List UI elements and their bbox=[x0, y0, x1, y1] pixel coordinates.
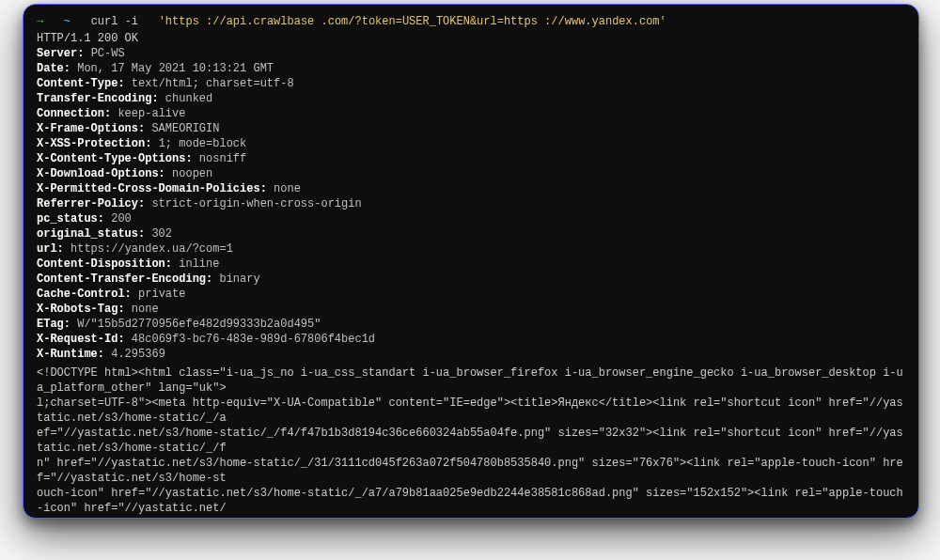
header-line: X-XSS-Protection: 1; mode=block bbox=[37, 136, 905, 151]
header-line: Cache-Control: private bbox=[37, 287, 905, 302]
body-line: <!DOCTYPE html><html class="i-ua_js_no i… bbox=[37, 366, 905, 396]
header-key: X-Robots-Tag: bbox=[37, 303, 125, 316]
response-headers: Server: PC-WSDate: Mon, 17 May 2021 10:1… bbox=[37, 46, 905, 362]
header-line: Content-Transfer-Encoding: binary bbox=[37, 272, 905, 287]
header-key: ETag: bbox=[37, 318, 70, 331]
header-key: pc_status: bbox=[37, 212, 104, 226]
header-line: Referrer-Policy: strict-origin-when-cros… bbox=[37, 196, 905, 211]
header-key: Connection: bbox=[37, 107, 111, 120]
header-key: X-Content-Type-Options: bbox=[37, 152, 193, 165]
header-line: Connection: keep-alive bbox=[37, 106, 905, 121]
header-value: 1; mode=block bbox=[159, 137, 247, 150]
header-value: keep-alive bbox=[118, 107, 185, 120]
command-name: curl -i bbox=[91, 15, 138, 28]
header-key: X-Permitted-Cross-Domain-Policies: bbox=[37, 182, 267, 195]
header-key: X-Runtime: bbox=[37, 348, 104, 361]
header-value: noopen bbox=[172, 167, 212, 180]
header-value: strict-origin-when-cross-origin bbox=[151, 197, 361, 210]
header-value: chunked bbox=[165, 92, 212, 105]
body-line: ef="//yastatic.net/s3/home-static/_/f4/f… bbox=[37, 426, 905, 456]
response-body: <!DOCTYPE html><html class="i-ua_js_no i… bbox=[37, 366, 905, 519]
prompt-line: → ~ curl -i 'https ://api.crawlbase .com… bbox=[37, 14, 905, 29]
header-line: Transfer-Encoding: chunked bbox=[37, 91, 905, 106]
body-line: n" href="//yastatic.net/s3/home-static/_… bbox=[37, 456, 905, 486]
body-line: ouch-icon" href="//yastatic.net/s3/home-… bbox=[37, 486, 905, 516]
header-line: X-Content-Type-Options: nosniff bbox=[37, 151, 905, 166]
header-key: X-Download-Options: bbox=[37, 167, 165, 180]
header-line: Date: Mon, 17 May 2021 10:13:21 GMT bbox=[37, 61, 905, 76]
header-line: url: https://yandex.ua/?com=1 bbox=[37, 241, 905, 257]
header-value: nosniff bbox=[199, 152, 246, 165]
header-line: X-Robots-Tag: none bbox=[37, 302, 905, 317]
header-line: ETag: W/"15b5d2770956efe482d99333b2a0d49… bbox=[37, 317, 905, 332]
header-key: url: bbox=[37, 242, 64, 256]
header-value: https://yandex.ua/?com=1 bbox=[70, 242, 233, 256]
header-value: private bbox=[138, 288, 185, 301]
header-line: X-Download-Options: noopen bbox=[37, 166, 905, 181]
header-key: Date: bbox=[37, 62, 70, 75]
header-line: original_status: 302 bbox=[37, 226, 905, 241]
terminal-window: → ~ curl -i 'https ://api.crawlbase .com… bbox=[23, 4, 919, 519]
header-line: pc_status: 200 bbox=[37, 211, 905, 226]
header-line: Content-Disposition: inline bbox=[37, 257, 905, 272]
header-key: Content-Transfer-Encoding: bbox=[37, 272, 212, 286]
header-key: Content-Disposition: bbox=[37, 257, 172, 271]
header-key: Content-Type: bbox=[37, 77, 125, 90]
header-value: PC-WS bbox=[91, 47, 125, 60]
http-status-line: HTTP/1.1 200 OK bbox=[37, 31, 905, 46]
header-value: inline bbox=[179, 257, 219, 271]
header-key: Cache-Control: bbox=[37, 288, 132, 301]
header-key: Referrer-Policy: bbox=[37, 197, 145, 210]
header-value: W/"15b5d2770956efe482d99333b2a0d495" bbox=[77, 318, 321, 331]
header-value: 302 bbox=[151, 227, 172, 241]
command-url-arg: 'https ://api.crawlbase .com/?token=USER… bbox=[159, 15, 666, 28]
header-value: text/html; charset=utf-8 bbox=[132, 77, 294, 90]
header-line: X-Request-Id: 48c069f3-bc76-483e-989d-67… bbox=[37, 332, 905, 347]
header-key: X-Frame-Options: bbox=[37, 122, 145, 135]
header-line: X-Frame-Options: SAMEORIGIN bbox=[37, 121, 905, 136]
header-value: SAMEORIGIN bbox=[151, 122, 219, 135]
header-key: Server: bbox=[37, 47, 84, 60]
prompt-arrow-icon: → bbox=[37, 15, 43, 28]
header-line: Server: PC-WS bbox=[37, 46, 905, 61]
prompt-cwd: ~ bbox=[64, 15, 70, 28]
header-value: 4.295369 bbox=[111, 348, 165, 361]
body-line: l="alternate" type="application/rss+xml"… bbox=[37, 516, 905, 519]
header-value: Mon, 17 May 2021 10:13:21 GMT bbox=[77, 62, 274, 75]
body-line: l;charset=UTF-8"><meta http-equiv="X-UA-… bbox=[37, 396, 905, 426]
header-value: none bbox=[132, 303, 159, 316]
header-line: X-Runtime: 4.295369 bbox=[37, 347, 905, 362]
header-value: 200 bbox=[111, 212, 132, 226]
header-key: X-Request-Id: bbox=[37, 333, 125, 346]
header-key: original_status: bbox=[37, 227, 145, 241]
header-line: X-Permitted-Cross-Domain-Policies: none bbox=[37, 181, 905, 196]
header-line: Content-Type: text/html; charset=utf-8 bbox=[37, 76, 905, 91]
header-value: binary bbox=[219, 272, 259, 286]
header-value: none bbox=[274, 182, 301, 195]
header-key: X-XSS-Protection: bbox=[37, 137, 151, 150]
header-value: 48c069f3-bc76-483e-989d-67806f4bec1d bbox=[132, 333, 375, 346]
terminal-body[interactable]: → ~ curl -i 'https ://api.crawlbase .com… bbox=[24, 5, 918, 518]
header-key: Transfer-Encoding: bbox=[37, 92, 159, 105]
